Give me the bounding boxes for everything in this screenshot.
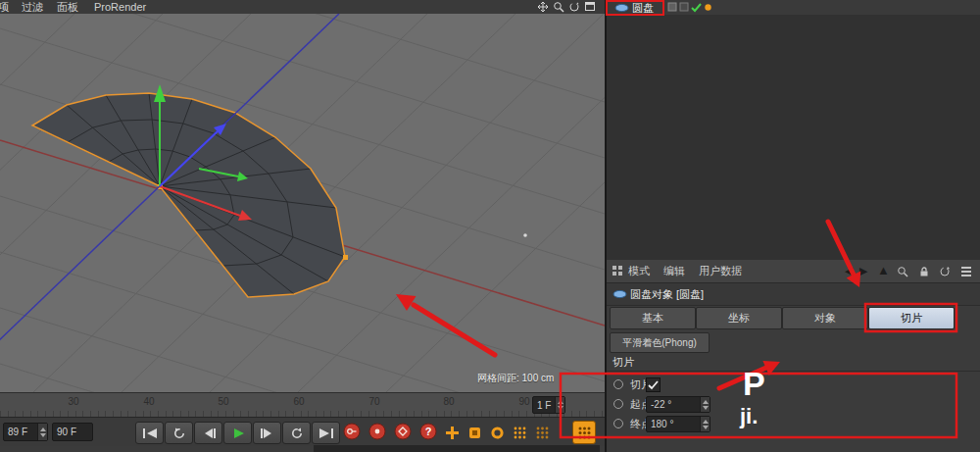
loop-button[interactable] [282, 422, 311, 444]
object-title: 圆盘对象 [圆盘] [630, 287, 704, 302]
gizmo-y-arrowhead[interactable] [154, 84, 166, 102]
menu-mode[interactable]: 模式 [628, 264, 650, 278]
check-icon [648, 379, 659, 390]
visibility-dot-icon[interactable] [704, 3, 712, 12]
grid-spacing-label: 网格间距: 100 cm [477, 372, 554, 385]
disc-object-icon [612, 289, 627, 299]
frame-increment-spinner[interactable] [555, 397, 564, 413]
forward-icon[interactable]: ▶ [859, 264, 867, 277]
history-icon[interactable] [939, 266, 951, 277]
watermark-text: ji. [740, 404, 758, 429]
play-button[interactable] [223, 422, 252, 444]
param-row-end: 终点 180 ° [607, 414, 980, 433]
go-to-start-button[interactable] [135, 422, 164, 444]
attribute-manager-header: 模式 编辑 用户数据 ◀ ▶ ▲ [607, 260, 980, 283]
zoom-icon[interactable] [553, 1, 564, 13]
tick-label: 40 [140, 396, 158, 407]
section-title: 切片 [612, 355, 634, 370]
lock-icon[interactable] [918, 266, 930, 277]
end-angle-field[interactable]: 180 ° [646, 416, 710, 432]
record-keyframe-icon[interactable] [343, 423, 361, 440]
menu-panel[interactable]: 面板 [57, 0, 78, 14]
back-icon[interactable]: ◀ [845, 264, 853, 277]
selected-dope-icon[interactable] [572, 421, 596, 444]
disc-mesh[interactable] [32, 93, 348, 297]
pan-icon[interactable] [537, 1, 549, 13]
mode-grid-icon[interactable] [612, 266, 623, 276]
menu-userdata[interactable]: 用户数据 [699, 264, 742, 278]
layer-icon[interactable] [667, 2, 677, 13]
rotate-icon[interactable] [568, 1, 580, 13]
add-keyframe-icon[interactable] [445, 426, 460, 440]
autokey-rotation-icon[interactable] [394, 423, 412, 440]
range-start-spinner[interactable] [37, 424, 47, 440]
slice-checkbox[interactable] [646, 377, 661, 392]
viewport-canvas[interactable] [0, 14, 605, 392]
frame-increment-field[interactable]: 1 F [532, 396, 565, 414]
tick-label: 30 [65, 396, 82, 407]
tab-basic[interactable]: 基本 [610, 307, 696, 329]
cursor-icon[interactable]: ▲ [877, 264, 890, 277]
lower-panel-edge [314, 445, 600, 452]
object-name-label[interactable]: 圆盘 [632, 1, 654, 16]
end-angle-spinner[interactable] [700, 417, 710, 431]
start-angle-field[interactable]: -22 ° [646, 396, 710, 413]
attribute-object-row[interactable]: 圆盘对象 [圆盘] [607, 283, 980, 306]
stray-point [523, 233, 527, 237]
maximize-icon[interactable] [584, 1, 596, 13]
tab-coordinates[interactable]: 坐标 [696, 307, 782, 329]
tick-label: 90 [515, 396, 533, 407]
watermark-logo: P [743, 365, 765, 403]
tick-label: 70 [366, 396, 383, 407]
menu-icon[interactable] [960, 266, 972, 277]
tab-object[interactable]: 对象 [782, 307, 868, 329]
previous-key-button[interactable] [165, 422, 193, 444]
tick-label: 50 [215, 396, 232, 407]
menu-filter[interactable]: 过滤 [22, 0, 43, 14]
anim-toggle-icon[interactable] [613, 399, 623, 409]
start-angle-spinner[interactable] [700, 397, 710, 412]
dope-sheet-icon[interactable] [513, 426, 527, 440]
disc-object-icon [614, 3, 629, 13]
transport-bar: 89 F 90 F [0, 417, 605, 446]
anim-toggle-icon[interactable] [613, 419, 623, 428]
tag-icon[interactable] [679, 2, 689, 13]
timeline-ruler[interactable]: 30 40 50 60 70 80 90 1 F [0, 392, 605, 418]
object-manager-row[interactable]: 圆盘 [607, 0, 980, 15]
previous-frame-button[interactable] [194, 422, 222, 444]
enabled-check-icon[interactable] [691, 2, 702, 13]
autokey-position-icon[interactable] [368, 423, 386, 440]
menu-prorender[interactable]: ProRender [94, 0, 146, 14]
vertex-dot-rim[interactable] [343, 255, 348, 260]
anim-toggle-icon[interactable] [613, 379, 623, 389]
tab-phong[interactable]: 平滑着色(Phong) [610, 332, 710, 353]
menu-options[interactable]: 选项 [0, 0, 9, 14]
next-frame-button[interactable] [253, 422, 281, 444]
cinema4d-window: 选项 过滤 面板 ProRender [0, 0, 980, 452]
go-to-end-button[interactable] [312, 422, 340, 444]
range-end-field[interactable]: 90 F [52, 423, 93, 441]
menu-edit[interactable]: 编辑 [663, 264, 685, 278]
tab-slice[interactable]: 切片 [868, 307, 955, 329]
right-panel: 圆盘 模式 编辑 用户数据 ◀ ▶ ▲ [605, 0, 980, 452]
range-start-field[interactable]: 89 F [3, 423, 48, 441]
keyframe-help-icon[interactable]: ? [419, 423, 437, 440]
keyframe-box-icon[interactable] [467, 426, 482, 440]
param-row-slice: 切片 [607, 375, 980, 394]
motion-ring-icon[interactable] [490, 426, 505, 440]
section-divider [607, 371, 980, 372]
tick-label: 80 [440, 396, 458, 407]
tick-label: 60 [290, 396, 308, 407]
search-icon[interactable] [897, 266, 908, 277]
param-row-start: 起点 -22 ° [607, 394, 980, 414]
viewport-menubar: 选项 过滤 面板 ProRender [0, 0, 605, 15]
svg-text:?: ? [425, 426, 432, 437]
dope-sheet-alt-icon[interactable] [535, 426, 550, 440]
attribute-manager: 模式 编辑 用户数据 ◀ ▶ ▲ 圆盘对象 [圆盘] 基本 坐标 对象 切片 [607, 260, 980, 452]
